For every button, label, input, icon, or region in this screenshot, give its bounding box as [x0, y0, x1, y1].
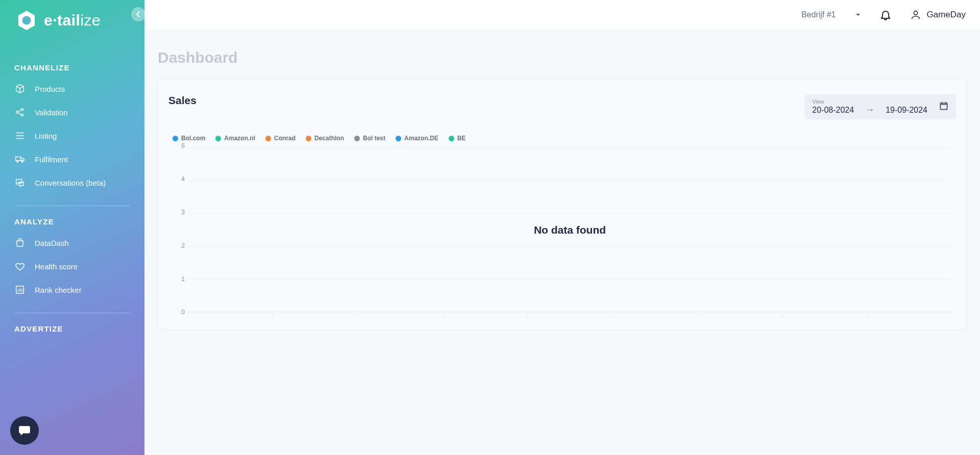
legend-item[interactable]: BE	[449, 135, 466, 142]
sidebar-item-products[interactable]: Products	[13, 77, 131, 100]
card-title: Sales	[168, 94, 197, 107]
legend-item[interactable]: Bol test	[354, 135, 385, 142]
legend-item[interactable]: Amazon.nl	[215, 135, 255, 142]
heart-icon	[14, 261, 26, 272]
y-tick: 3	[181, 209, 185, 216]
sidebar-item-conversations-beta[interactable]: Conversations (beta)	[13, 171, 131, 194]
x-tick	[273, 314, 357, 317]
chart-y-axis: 543210	[173, 146, 188, 312]
legend-label: Conrad	[274, 135, 296, 142]
date-range-picker[interactable]: View 20-08-2024 → 19-09-2024	[805, 94, 956, 119]
content: Dashboard Sales View 20-08-2024 → 19-09-…	[144, 30, 980, 455]
x-tick	[867, 314, 952, 317]
sidebar-item-datadash[interactable]: DataDash	[13, 231, 131, 255]
collapse-sidebar-button[interactable]	[131, 7, 145, 21]
logo[interactable]: e·tailize	[0, 9, 144, 37]
notifications-button[interactable]	[879, 9, 892, 21]
legend-label: BE	[457, 135, 466, 142]
list-icon	[14, 130, 26, 141]
sidebar-item-label: DataDash	[35, 239, 69, 247]
svg-point-0	[22, 16, 31, 25]
y-tick: 1	[181, 275, 185, 283]
sidebar-item-label: Health score	[35, 262, 78, 271]
legend-item[interactable]: Amazon.DE	[396, 135, 438, 142]
grid-line	[188, 246, 952, 247]
divider	[14, 313, 130, 313]
svg-point-3	[21, 114, 23, 116]
share-icon	[14, 107, 26, 118]
sidebar-item-label: Products	[35, 85, 65, 93]
company-name: Bedrijf #1	[801, 10, 836, 19]
chevron-down-icon	[855, 12, 861, 18]
chart: 543210 No data found	[173, 146, 952, 319]
chart-x-ticks	[188, 314, 952, 319]
svg-point-2	[21, 108, 23, 110]
sidebar-item-listing[interactable]: Listing	[13, 124, 131, 147]
svg-point-7	[914, 11, 918, 15]
sidebar-item-rank-checker[interactable]: Rank checker	[13, 278, 131, 301]
company-dropdown[interactable]: Bedrijf #1	[801, 10, 862, 19]
chat-icon	[14, 177, 26, 188]
topbar-right: Bedrijf #1 GameDay	[801, 9, 966, 21]
chat-widget-button[interactable]	[10, 416, 39, 445]
truck-icon	[14, 154, 26, 165]
sidebar-item-label: Fulfilment	[35, 155, 68, 164]
page-title: Dashboard	[158, 49, 968, 66]
sidebar-item-health-score[interactable]: Health score	[13, 255, 131, 278]
legend-dot-icon	[173, 136, 178, 141]
main: Bedrijf #1 GameDay Dashboard Sales View	[144, 0, 980, 455]
user-name: GameDay	[926, 10, 966, 20]
bag-icon	[14, 237, 26, 248]
y-tick: 2	[181, 242, 185, 249]
sidebar-item-fulfilment[interactable]: Fulfilment	[13, 147, 131, 171]
x-tick	[697, 314, 782, 317]
legend-label: Bol.com	[181, 135, 205, 142]
arrow-right-icon: →	[865, 105, 874, 115]
legend-dot-icon	[215, 136, 221, 141]
legend-dot-icon	[449, 136, 454, 141]
user-icon	[910, 9, 921, 20]
chevron-left-icon	[135, 11, 141, 17]
legend-dot-icon	[265, 136, 271, 141]
sidebar-item-validation[interactable]: Validation	[13, 100, 131, 124]
legend-item[interactable]: Bol.com	[173, 135, 205, 142]
date-range-label: View	[812, 98, 927, 105]
section-title: CHANNELIZE	[14, 63, 131, 72]
svg-point-1	[16, 111, 18, 113]
grid-line	[188, 181, 952, 181]
legend-item[interactable]: Decathlon	[306, 135, 344, 142]
topbar: Bedrijf #1 GameDay	[144, 0, 980, 30]
legend-dot-icon	[306, 136, 311, 141]
x-tick	[358, 314, 443, 317]
sidebar-item-label: Conversations (beta)	[35, 179, 106, 187]
user-menu[interactable]: GameDay	[910, 9, 966, 20]
legend-item[interactable]: Conrad	[265, 135, 296, 142]
legend-dot-icon	[396, 136, 401, 141]
chat-icon	[18, 424, 31, 437]
x-tick	[782, 314, 867, 317]
barchart-icon	[14, 284, 26, 295]
sidebar: e·tailize CHANNELIZEProductsValidationLi…	[0, 0, 144, 455]
x-tick	[612, 314, 697, 317]
y-tick: 0	[181, 309, 185, 316]
legend-label: Decathlon	[314, 135, 344, 142]
svg-point-5	[21, 161, 23, 162]
sidebar-item-label: Validation	[35, 108, 68, 117]
sidebar-item-label: Listing	[35, 132, 57, 140]
date-to: 19-09-2024	[886, 106, 927, 115]
section-title: ADVERTIZE	[14, 324, 131, 333]
sidebar-item-label: Rank checker	[35, 286, 82, 294]
chart-plot: No data found	[188, 148, 952, 312]
grid-line	[188, 213, 952, 214]
logo-text: e·tailize	[44, 12, 101, 29]
x-tick	[443, 314, 527, 317]
grid-line	[188, 279, 952, 280]
chart-legend: Bol.comAmazon.nlConradDecathlonBol testA…	[173, 135, 956, 142]
y-tick: 5	[181, 142, 185, 149]
grid-line	[188, 148, 952, 148]
date-range-inner: View 20-08-2024 → 19-09-2024	[812, 98, 927, 115]
legend-label: Amazon.DE	[404, 135, 438, 142]
divider	[14, 206, 130, 206]
chart-empty-message: No data found	[188, 224, 952, 236]
x-tick	[188, 314, 273, 317]
